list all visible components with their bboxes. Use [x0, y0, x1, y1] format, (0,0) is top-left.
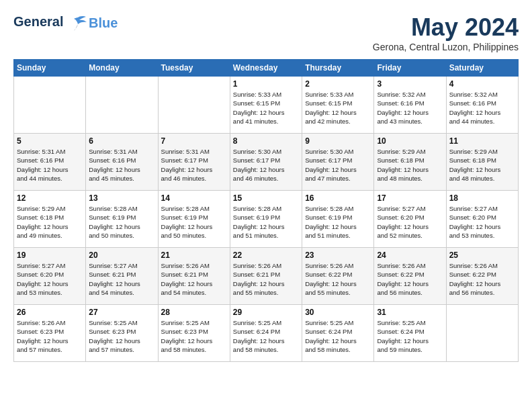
- day-number: 7: [161, 136, 227, 146]
- day-number: 20: [89, 250, 154, 260]
- logo-bird-icon: [69, 13, 87, 32]
- day-info: Sunrise: 5:26 AM Sunset: 6:22 PM Dayligh…: [377, 261, 443, 297]
- day-number: 8: [233, 136, 299, 146]
- calendar-cell: 14Sunrise: 5:28 AM Sunset: 6:19 PM Dayli…: [158, 191, 230, 248]
- day-info: Sunrise: 5:31 AM Sunset: 6:17 PM Dayligh…: [161, 147, 227, 183]
- calendar-cell: 20Sunrise: 5:27 AM Sunset: 6:21 PM Dayli…: [86, 248, 158, 305]
- day-number: 26: [17, 308, 83, 317]
- month-title: May 2024: [373, 13, 519, 42]
- day-number: 29: [233, 308, 299, 317]
- day-number: 16: [305, 193, 371, 203]
- day-info: Sunrise: 5:33 AM Sunset: 6:15 PM Dayligh…: [233, 90, 299, 126]
- weekday-header-row: SundayMondayTuesdayWednesdayThursdayFrid…: [14, 60, 519, 77]
- day-number: 6: [89, 136, 154, 146]
- day-number: 19: [17, 250, 83, 260]
- day-info: Sunrise: 5:25 AM Sunset: 6:23 PM Dayligh…: [161, 318, 227, 354]
- day-info: Sunrise: 5:31 AM Sunset: 6:16 PM Dayligh…: [17, 147, 83, 183]
- calendar-table: SundayMondayTuesdayWednesdayThursdayFrid…: [13, 59, 519, 362]
- calendar-cell: 23Sunrise: 5:26 AM Sunset: 6:22 PM Dayli…: [302, 248, 374, 305]
- calendar-cell: 16Sunrise: 5:28 AM Sunset: 6:19 PM Dayli…: [302, 191, 374, 248]
- day-number: 23: [305, 250, 371, 260]
- day-info: Sunrise: 5:27 AM Sunset: 6:21 PM Dayligh…: [89, 261, 154, 297]
- calendar-cell: 4Sunrise: 5:32 AM Sunset: 6:16 PM Daylig…: [446, 77, 518, 134]
- day-number: 3: [377, 79, 443, 89]
- day-number: 13: [89, 193, 154, 203]
- calendar-week-3: 12Sunrise: 5:29 AM Sunset: 6:18 PM Dayli…: [14, 191, 519, 248]
- weekday-header-friday: Friday: [374, 60, 446, 77]
- calendar-cell: 6Sunrise: 5:31 AM Sunset: 6:16 PM Daylig…: [86, 134, 158, 191]
- day-number: 22: [233, 250, 299, 260]
- calendar-cell: 17Sunrise: 5:27 AM Sunset: 6:20 PM Dayli…: [374, 191, 446, 248]
- calendar-cell: 19Sunrise: 5:27 AM Sunset: 6:20 PM Dayli…: [14, 248, 86, 305]
- calendar-cell: 7Sunrise: 5:31 AM Sunset: 6:17 PM Daylig…: [158, 134, 230, 191]
- day-number: 1: [233, 79, 299, 89]
- calendar-cell: 1Sunrise: 5:33 AM Sunset: 6:15 PM Daylig…: [230, 77, 302, 134]
- calendar-cell: 28Sunrise: 5:25 AM Sunset: 6:23 PM Dayli…: [158, 305, 230, 362]
- calendar-cell: 29Sunrise: 5:25 AM Sunset: 6:24 PM Dayli…: [230, 305, 302, 362]
- day-number: 9: [305, 136, 371, 146]
- title-block: May 2024 Gerona, Central Luzon, Philippi…: [373, 13, 519, 52]
- day-info: Sunrise: 5:32 AM Sunset: 6:16 PM Dayligh…: [449, 90, 515, 126]
- day-info: Sunrise: 5:30 AM Sunset: 6:17 PM Dayligh…: [305, 147, 371, 183]
- day-number: 28: [161, 308, 227, 317]
- day-info: Sunrise: 5:26 AM Sunset: 6:21 PM Dayligh…: [161, 261, 227, 297]
- calendar-cell: 21Sunrise: 5:26 AM Sunset: 6:21 PM Dayli…: [158, 248, 230, 305]
- day-number: 17: [377, 193, 443, 203]
- weekday-header-thursday: Thursday: [302, 60, 374, 77]
- calendar-cell: 15Sunrise: 5:28 AM Sunset: 6:19 PM Dayli…: [230, 191, 302, 248]
- calendar-cell: 30Sunrise: 5:25 AM Sunset: 6:24 PM Dayli…: [302, 305, 374, 362]
- calendar-week-2: 5Sunrise: 5:31 AM Sunset: 6:16 PM Daylig…: [14, 134, 519, 191]
- calendar-cell: 26Sunrise: 5:26 AM Sunset: 6:23 PM Dayli…: [14, 305, 86, 362]
- calendar-cell: 10Sunrise: 5:29 AM Sunset: 6:18 PM Dayli…: [374, 134, 446, 191]
- day-number: 2: [305, 79, 371, 89]
- logo-general: General: [13, 14, 63, 29]
- calendar-cell: 2Sunrise: 5:33 AM Sunset: 6:15 PM Daylig…: [302, 77, 374, 134]
- calendar-cell: 13Sunrise: 5:28 AM Sunset: 6:19 PM Dayli…: [86, 191, 158, 248]
- weekday-header-saturday: Saturday: [446, 60, 518, 77]
- day-info: Sunrise: 5:33 AM Sunset: 6:15 PM Dayligh…: [305, 90, 371, 126]
- day-info: Sunrise: 5:31 AM Sunset: 6:16 PM Dayligh…: [89, 147, 154, 183]
- day-info: Sunrise: 5:27 AM Sunset: 6:20 PM Dayligh…: [377, 204, 443, 240]
- calendar-cell: 22Sunrise: 5:26 AM Sunset: 6:21 PM Dayli…: [230, 248, 302, 305]
- day-info: Sunrise: 5:28 AM Sunset: 6:19 PM Dayligh…: [89, 204, 154, 240]
- day-info: Sunrise: 5:25 AM Sunset: 6:24 PM Dayligh…: [377, 318, 443, 354]
- calendar-cell: 31Sunrise: 5:25 AM Sunset: 6:24 PM Dayli…: [374, 305, 446, 362]
- day-info: Sunrise: 5:28 AM Sunset: 6:19 PM Dayligh…: [161, 204, 227, 240]
- day-info: Sunrise: 5:28 AM Sunset: 6:19 PM Dayligh…: [233, 204, 299, 240]
- calendar-cell: 24Sunrise: 5:26 AM Sunset: 6:22 PM Dayli…: [374, 248, 446, 305]
- day-info: Sunrise: 5:29 AM Sunset: 6:18 PM Dayligh…: [17, 204, 83, 240]
- calendar-week-4: 19Sunrise: 5:27 AM Sunset: 6:20 PM Dayli…: [14, 248, 519, 305]
- day-info: Sunrise: 5:29 AM Sunset: 6:18 PM Dayligh…: [377, 147, 443, 183]
- day-number: 18: [449, 193, 515, 203]
- day-info: Sunrise: 5:26 AM Sunset: 6:23 PM Dayligh…: [17, 318, 83, 354]
- day-number: 25: [449, 250, 515, 260]
- day-info: Sunrise: 5:30 AM Sunset: 6:17 PM Dayligh…: [233, 147, 299, 183]
- weekday-header-sunday: Sunday: [14, 60, 86, 77]
- day-info: Sunrise: 5:26 AM Sunset: 6:22 PM Dayligh…: [449, 261, 515, 297]
- calendar-header: SundayMondayTuesdayWednesdayThursdayFrid…: [14, 60, 519, 77]
- day-info: Sunrise: 5:29 AM Sunset: 6:18 PM Dayligh…: [449, 147, 515, 183]
- day-info: Sunrise: 5:25 AM Sunset: 6:23 PM Dayligh…: [89, 318, 154, 354]
- calendar-cell: 27Sunrise: 5:25 AM Sunset: 6:23 PM Dayli…: [86, 305, 158, 362]
- weekday-header-tuesday: Tuesday: [158, 60, 230, 77]
- day-info: Sunrise: 5:28 AM Sunset: 6:19 PM Dayligh…: [305, 204, 371, 240]
- day-number: 31: [377, 308, 443, 317]
- calendar-cell: 12Sunrise: 5:29 AM Sunset: 6:18 PM Dayli…: [14, 191, 86, 248]
- calendar-cell: 9Sunrise: 5:30 AM Sunset: 6:17 PM Daylig…: [302, 134, 374, 191]
- weekday-header-wednesday: Wednesday: [230, 60, 302, 77]
- day-info: Sunrise: 5:27 AM Sunset: 6:20 PM Dayligh…: [17, 261, 83, 297]
- location: Gerona, Central Luzon, Philippines: [373, 42, 519, 52]
- logo: General Blue: [13, 13, 118, 32]
- calendar-week-1: 1Sunrise: 5:33 AM Sunset: 6:15 PM Daylig…: [14, 77, 519, 134]
- day-number: 4: [449, 79, 515, 89]
- calendar-cell: 11Sunrise: 5:29 AM Sunset: 6:18 PM Dayli…: [446, 134, 518, 191]
- calendar-cell: [14, 77, 86, 134]
- day-info: Sunrise: 5:26 AM Sunset: 6:22 PM Dayligh…: [305, 261, 371, 297]
- calendar-cell: 8Sunrise: 5:30 AM Sunset: 6:17 PM Daylig…: [230, 134, 302, 191]
- day-number: 27: [89, 308, 154, 317]
- day-info: Sunrise: 5:32 AM Sunset: 6:16 PM Dayligh…: [377, 90, 443, 126]
- calendar-cell: 3Sunrise: 5:32 AM Sunset: 6:16 PM Daylig…: [374, 77, 446, 134]
- day-number: 21: [161, 250, 227, 260]
- calendar-week-5: 26Sunrise: 5:26 AM Sunset: 6:23 PM Dayli…: [14, 305, 519, 362]
- day-info: Sunrise: 5:25 AM Sunset: 6:24 PM Dayligh…: [233, 318, 299, 354]
